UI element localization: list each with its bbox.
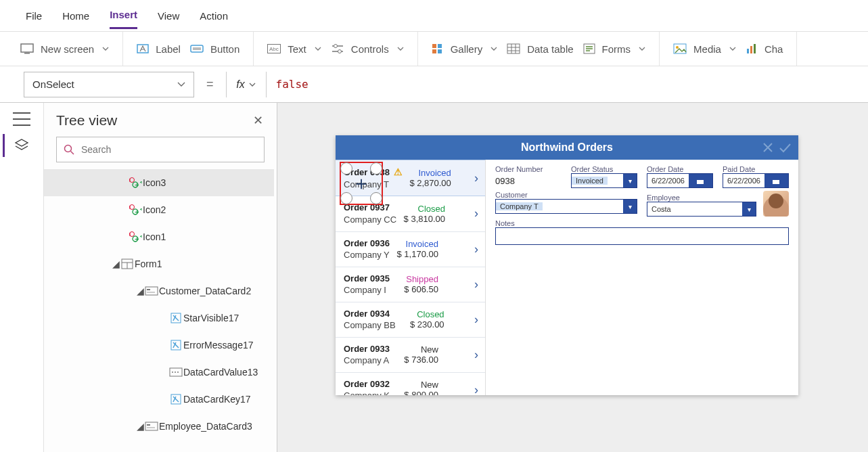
order-status-combo[interactable]: Invoiced ▾ bbox=[571, 173, 637, 188]
datatable-button[interactable]: Data table bbox=[507, 43, 573, 55]
check-icon[interactable] bbox=[778, 141, 792, 154]
svg-point-35 bbox=[175, 371, 176, 373]
menu-file[interactable]: File bbox=[26, 3, 42, 28]
chevron-right-icon[interactable]: › bbox=[472, 313, 481, 327]
controls-button[interactable]: Controls bbox=[331, 43, 404, 55]
paid-date-input[interactable]: 6/22/2006 bbox=[723, 173, 789, 188]
chevron-right-icon[interactable]: › bbox=[472, 242, 481, 256]
search-input[interactable] bbox=[80, 143, 257, 156]
employee-label: Employee bbox=[647, 194, 756, 202]
fx-button[interactable]: fx bbox=[226, 72, 267, 97]
chart-button[interactable]: Cha bbox=[746, 43, 783, 55]
chevron-right-icon[interactable]: › bbox=[472, 277, 481, 292]
menu-home[interactable]: Home bbox=[62, 3, 89, 28]
svg-point-7 bbox=[334, 45, 337, 48]
tree-item-label: DataCardKey17 bbox=[183, 394, 251, 405]
order-row[interactable]: Order 0936Company YInvoiced$ 1,170.00› bbox=[336, 232, 485, 267]
selection-box[interactable]: ＋ bbox=[340, 162, 383, 205]
tree-item-icon: + bbox=[128, 177, 143, 189]
menu-insert[interactable]: Insert bbox=[110, 2, 137, 29]
label-button[interactable]: Label bbox=[137, 43, 181, 55]
tree-item[interactable]: DataCardValue13 bbox=[44, 359, 274, 386]
notes-input[interactable] bbox=[495, 227, 789, 245]
order-date-label: Order Date bbox=[647, 165, 713, 173]
menu-action[interactable]: Action bbox=[200, 3, 228, 28]
new-screen-button[interactable]: New screen bbox=[20, 43, 109, 55]
forms-button[interactable]: Forms bbox=[583, 43, 646, 55]
media-button[interactable]: Media bbox=[673, 43, 736, 55]
gallery-button[interactable]: Gallery bbox=[432, 43, 498, 55]
expand-arrow-icon[interactable]: ◢ bbox=[136, 286, 144, 296]
canvas[interactable]: Northwind Orders ＋ Order 0938 ⚠Company T… bbox=[277, 103, 868, 452]
order-row[interactable]: Order 0933Company ANew$ 736.00› bbox=[336, 338, 485, 373]
resize-handle[interactable] bbox=[340, 192, 352, 204]
chevron-right-icon[interactable]: › bbox=[472, 348, 481, 362]
chevron-right-icon[interactable]: › bbox=[472, 206, 481, 221]
paid-date-label: Paid Date bbox=[723, 165, 789, 173]
svg-rect-0 bbox=[21, 44, 33, 52]
svg-point-21 bbox=[130, 178, 135, 183]
chevron-down-icon bbox=[639, 47, 645, 51]
tree-item-label: Customer_DataCard2 bbox=[159, 286, 251, 296]
customer-combo[interactable]: Company T ▾ bbox=[495, 199, 637, 214]
resize-handle[interactable] bbox=[370, 192, 382, 204]
order-row[interactable]: Order 0932Company KNew$ 800.00› bbox=[336, 373, 485, 395]
order-status: New bbox=[421, 380, 438, 390]
order-number-label: Order Number bbox=[495, 165, 562, 173]
order-date-input[interactable]: 6/22/2006 bbox=[647, 173, 713, 188]
app-title: Northwind Orders bbox=[521, 141, 613, 154]
chevron-right-icon[interactable]: › bbox=[472, 171, 481, 185]
svg-rect-10 bbox=[432, 49, 436, 53]
tree-item[interactable]: +Icon2 bbox=[44, 196, 274, 223]
expand-arrow-icon[interactable]: ◢ bbox=[136, 421, 144, 432]
order-amount: $ 800.00 bbox=[404, 390, 438, 395]
property-select[interactable]: OnSelect bbox=[24, 72, 194, 97]
tree-item[interactable]: StarVisible17 bbox=[44, 304, 274, 332]
cancel-icon[interactable] bbox=[762, 141, 774, 154]
tree-item[interactable]: ◢Employee_DataCard3 bbox=[44, 413, 274, 440]
tree-item-label: ErrorMessage17 bbox=[183, 340, 254, 351]
tree-item[interactable]: ErrorMessage17 bbox=[44, 332, 274, 359]
chevron-down-icon bbox=[102, 47, 109, 51]
order-amount: $ 2,870.00 bbox=[409, 178, 451, 188]
tree-search[interactable] bbox=[56, 137, 265, 162]
order-row[interactable]: Order 0935Company IShipped$ 606.50› bbox=[336, 267, 485, 302]
property-name: OnSelect bbox=[32, 78, 74, 90]
menu-view[interactable]: View bbox=[158, 3, 179, 28]
svg-rect-17 bbox=[747, 49, 749, 53]
notes-field: Notes bbox=[495, 219, 789, 245]
chevron-right-icon[interactable]: › bbox=[472, 383, 481, 395]
order-company: Company BB bbox=[344, 319, 396, 332]
hamburger-icon[interactable] bbox=[13, 112, 30, 126]
tree-item[interactable]: ◢Form1 bbox=[44, 250, 274, 277]
svg-rect-44 bbox=[773, 178, 779, 180]
tree-view-tab[interactable] bbox=[14, 138, 29, 156]
tree-item[interactable]: +Icon1 bbox=[44, 223, 274, 250]
tree-item-icon bbox=[144, 422, 159, 431]
employee-value: Costa bbox=[647, 205, 675, 213]
order-row[interactable]: Order 0934Company BBClosed$ 230.00› bbox=[336, 302, 485, 338]
svg-rect-29 bbox=[147, 289, 150, 290]
text-button[interactable]: Abc Text bbox=[267, 43, 321, 55]
tree-item-icon bbox=[168, 367, 183, 377]
tree-item[interactable]: ◢Customer_DataCard2 bbox=[44, 277, 274, 304]
expand-arrow-icon[interactable]: ◢ bbox=[112, 258, 120, 269]
order-amount: $ 606.50 bbox=[404, 284, 438, 294]
formula-input[interactable]: false bbox=[267, 72, 868, 97]
order-title: Order 0933 bbox=[344, 343, 390, 355]
order-amount: $ 1,170.00 bbox=[396, 249, 438, 259]
fx-icon: fx bbox=[236, 78, 244, 91]
employee-combo[interactable]: Costa ▾ bbox=[647, 202, 756, 217]
order-status-value: Invoiced bbox=[572, 177, 608, 185]
tree-item[interactable]: DataCardKey17 bbox=[44, 386, 274, 413]
resize-handle[interactable] bbox=[370, 162, 382, 175]
button-button[interactable]: Button bbox=[190, 43, 239, 55]
tree-item[interactable]: +Icon3 bbox=[44, 169, 274, 196]
controls-label: Controls bbox=[351, 43, 389, 55]
close-tree-button[interactable]: ✕ bbox=[253, 113, 263, 128]
chevron-down-icon bbox=[397, 47, 404, 51]
svg-point-36 bbox=[177, 371, 179, 373]
resize-handle[interactable] bbox=[340, 162, 352, 175]
tree-item-label: Icon1 bbox=[143, 231, 166, 242]
tree-body[interactable]: +Icon3+Icon2+Icon1◢Form1◢Customer_DataCa… bbox=[44, 169, 277, 452]
